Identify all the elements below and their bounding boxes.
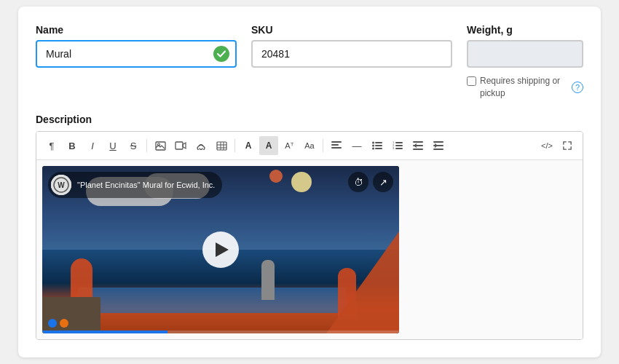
- video-embed[interactable]: W "Planet Encinitas" Mural for Ecwid, In…: [42, 166, 399, 333]
- svg-point-15: [372, 148, 374, 150]
- video-progress-bar: [42, 331, 399, 333]
- weight-extras: Requires shipping or pickup ?: [467, 75, 583, 100]
- name-check-icon: [213, 46, 229, 62]
- name-input-wrapper: [36, 40, 237, 68]
- weight-input-wrapper: [467, 40, 583, 68]
- svg-rect-10: [331, 147, 342, 149]
- toolbar-align-left[interactable]: [327, 136, 346, 155]
- video-title: "Planet Encinitas" Mural for Ecwid, Inc.: [77, 181, 215, 189]
- svg-rect-25: [413, 149, 423, 150]
- svg-rect-18: [395, 142, 403, 143]
- planet: [269, 170, 283, 183]
- description-section: Description ¶ B I U S: [36, 114, 583, 340]
- toolbar-paragraph[interactable]: ¶: [42, 136, 61, 155]
- svg-rect-8: [331, 141, 342, 143]
- editor-toolbar: ¶ B I U S: [36, 132, 583, 160]
- video-controls-top: ⏱ ↗: [348, 172, 393, 192]
- svg-point-11: [372, 142, 374, 144]
- toolbar-table[interactable]: [212, 136, 231, 155]
- help-icon[interactable]: ?: [572, 82, 583, 93]
- toolbar-bg-color[interactable]: A: [259, 136, 278, 155]
- toolbar-underline[interactable]: U: [103, 136, 122, 155]
- svg-text:W: W: [58, 181, 65, 189]
- svg-rect-27: [433, 145, 443, 146]
- weight-label: Weight, g: [467, 24, 583, 36]
- video-share-btn[interactable]: ↗: [373, 172, 393, 192]
- svg-rect-20: [395, 145, 403, 146]
- name-input[interactable]: [36, 40, 237, 68]
- editor-content[interactable]: W "Planet Encinitas" Mural for Ecwid, In…: [36, 160, 583, 339]
- video-title-bar: W "Planet Encinitas" Mural for Ecwid, In…: [48, 172, 222, 198]
- svg-rect-9: [331, 144, 339, 146]
- shipping-checkbox-label[interactable]: Requires shipping or pickup: [467, 75, 567, 100]
- moon: [291, 172, 312, 192]
- indicator-dot-orange: [60, 319, 68, 328]
- play-triangle-icon: [216, 242, 229, 257]
- toolbar-divider-3: [323, 139, 323, 152]
- mountain-right: [326, 232, 399, 333]
- person-painting: [261, 260, 275, 300]
- sku-field-group: SKU: [251, 24, 452, 68]
- description-label: Description: [36, 114, 583, 125]
- indicator-dot-blue: [48, 319, 57, 328]
- video-progress-fill: [42, 331, 167, 333]
- toolbar-font-color[interactable]: A: [239, 136, 258, 155]
- toolbar-link[interactable]: [192, 136, 210, 155]
- toolbar-bullet-list[interactable]: [368, 136, 387, 155]
- svg-rect-28: [433, 149, 443, 150]
- toolbar-hr[interactable]: —: [347, 136, 366, 155]
- toolbar-divider-1: [146, 139, 147, 152]
- name-field-group: Name: [36, 24, 237, 68]
- toolbar-case[interactable]: Aa: [300, 136, 319, 155]
- sku-input[interactable]: [251, 40, 452, 68]
- sku-label: SKU: [251, 24, 452, 36]
- toolbar-code[interactable]: </>: [537, 136, 556, 155]
- svg-point-13: [372, 145, 374, 147]
- toolbar-fullscreen[interactable]: [558, 136, 577, 155]
- toolbar-strikethrough[interactable]: S: [124, 136, 143, 155]
- video-play-button[interactable]: [202, 232, 239, 268]
- toolbar-bold[interactable]: B: [63, 136, 82, 155]
- toolbar-video[interactable]: [171, 136, 190, 155]
- water: [78, 288, 346, 313]
- svg-rect-26: [433, 141, 443, 143]
- svg-text:3.: 3.: [393, 146, 395, 150]
- svg-rect-12: [375, 142, 382, 143]
- desk: [42, 297, 100, 333]
- svg-rect-23: [413, 141, 423, 143]
- toolbar-decrease-indent[interactable]: [409, 136, 427, 155]
- shipping-checkbox[interactable]: [467, 76, 476, 86]
- toolbar-superscript[interactable]: Aᵀ: [280, 136, 299, 155]
- weight-field-group: Weight, g Requires shipping or pickup ?: [467, 24, 583, 100]
- svg-rect-22: [395, 148, 403, 149]
- svg-rect-3: [217, 142, 226, 150]
- svg-rect-14: [375, 145, 382, 146]
- weight-input[interactable]: [467, 40, 583, 68]
- svg-rect-2: [176, 142, 183, 149]
- channel-avatar: W: [51, 175, 71, 195]
- editor-container: ¶ B I U S: [36, 131, 583, 340]
- video-indicators: [48, 319, 68, 328]
- name-label: Name: [36, 24, 237, 36]
- toolbar-italic[interactable]: I: [83, 136, 102, 155]
- toolbar-divider-2: [234, 139, 235, 152]
- svg-rect-16: [375, 148, 382, 149]
- sku-input-wrapper: [251, 40, 452, 68]
- toolbar-increase-indent[interactable]: [429, 136, 448, 155]
- toolbar-numbered-list[interactable]: 1. 2. 3.: [388, 136, 407, 155]
- product-form-card: Name SKU Weight, g Requ: [18, 7, 601, 358]
- video-clock-btn[interactable]: ⏱: [348, 172, 368, 192]
- toolbar-image[interactable]: [151, 136, 170, 155]
- fields-row: Name SKU Weight, g Requ: [36, 24, 583, 100]
